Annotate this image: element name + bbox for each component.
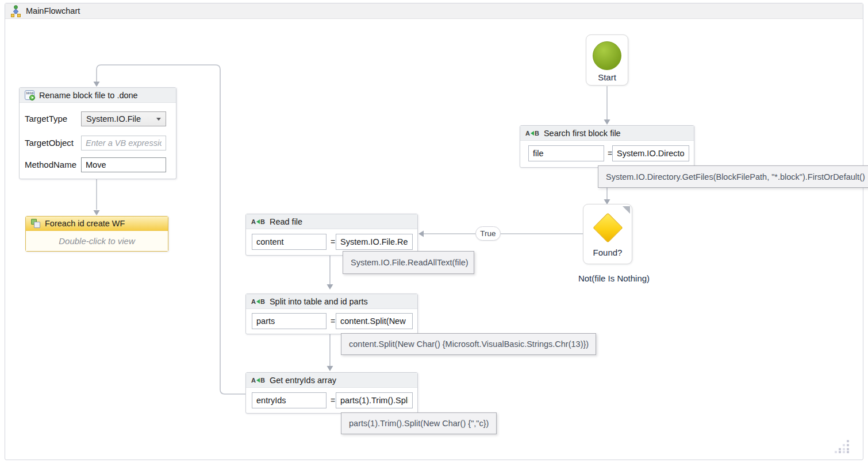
assign-to-field[interactable] bbox=[252, 234, 327, 250]
target-object-input[interactable] bbox=[81, 136, 166, 150]
start-icon bbox=[593, 41, 621, 70]
target-type-dropdown[interactable]: System.IO.File bbox=[81, 111, 166, 126]
chevron-down-icon bbox=[156, 118, 161, 121]
equals-sign: = bbox=[331, 396, 335, 405]
assign-node-header[interactable]: AB Split into table and id parts bbox=[246, 294, 417, 309]
assign-node-search-first-block-file[interactable]: AB Search first block file = bbox=[520, 125, 694, 168]
assign-node-read-file[interactable]: AB Read file = bbox=[245, 214, 418, 256]
flowchart-icon bbox=[10, 5, 21, 17]
true-branch-label: True bbox=[475, 226, 501, 241]
assign-to-field[interactable] bbox=[252, 392, 327, 408]
flowchart-title: MainFlowchart bbox=[26, 6, 80, 16]
collapse-corner-icon[interactable] bbox=[623, 206, 630, 214]
assign-node-title: Get entryIds array bbox=[270, 376, 336, 385]
expression-tooltip-split: content.Split(New Char() {Microsoft.Visu… bbox=[341, 333, 596, 355]
assign-node-split-parts[interactable]: AB Split into table and id parts = bbox=[245, 294, 418, 334]
invoke-method-title: Rename block file to .done bbox=[39, 91, 138, 100]
target-type-label: TargetType bbox=[25, 114, 67, 123]
foreach-header[interactable]: Foreach id create WF bbox=[26, 217, 168, 231]
flowchart-designer: MainFlowchart Start AB bbox=[0, 0, 868, 467]
decision-label: Found? bbox=[583, 248, 632, 257]
assign-icon: AB bbox=[525, 130, 539, 137]
assign-icon: AB bbox=[251, 377, 265, 384]
assign-node-title: Read file bbox=[270, 217, 302, 226]
assign-icon: AB bbox=[251, 218, 265, 225]
method-name-input[interactable] bbox=[81, 157, 166, 172]
assign-node-header[interactable]: AB Read file bbox=[246, 214, 417, 229]
assign-node-header[interactable]: AB Search first block file bbox=[520, 126, 694, 141]
assign-value-field[interactable] bbox=[336, 234, 413, 250]
invoke-method-header[interactable]: 1010 Rename block file to .done bbox=[20, 88, 176, 103]
workflow-invoke-icon bbox=[31, 219, 40, 228]
equals-sign: = bbox=[608, 149, 612, 158]
assign-node-title: Split into table and id parts bbox=[270, 297, 368, 306]
assign-node-get-entryids[interactable]: AB Get entryIds array = bbox=[245, 372, 418, 414]
resize-grip[interactable] bbox=[835, 440, 851, 454]
assign-value-field[interactable] bbox=[336, 392, 413, 408]
foreach-title: Foreach id create WF bbox=[45, 219, 125, 228]
equals-sign: = bbox=[331, 237, 335, 246]
decision-diamond-icon bbox=[593, 213, 623, 242]
invoke-method-node-rename[interactable]: 1010 Rename block file to .done TargetTy… bbox=[19, 87, 176, 179]
assign-node-title: Search first block file bbox=[544, 129, 621, 138]
assign-value-field[interactable] bbox=[336, 313, 413, 329]
assign-value-field[interactable] bbox=[612, 145, 689, 161]
assign-node-header[interactable]: AB Get entryIds array bbox=[246, 373, 417, 388]
decision-node-found[interactable]: Found? bbox=[583, 204, 632, 264]
decision-condition-text: Not(file Is Nothing) bbox=[569, 273, 659, 283]
foreach-body-hint[interactable]: Double-click to view bbox=[26, 231, 168, 251]
assign-icon: AB bbox=[251, 298, 265, 305]
expression-tooltip-entryids: parts(1).Trim().Split(New Char() {","c}) bbox=[341, 412, 497, 434]
flowchart-title-bar[interactable]: MainFlowchart bbox=[5, 3, 863, 19]
target-type-value: System.IO.File bbox=[86, 114, 141, 123]
assign-to-field[interactable] bbox=[528, 145, 604, 161]
method-name-label: MethodName bbox=[25, 160, 76, 169]
target-object-label: TargetObject bbox=[25, 138, 74, 148]
invoke-method-icon: 1010 bbox=[25, 90, 34, 100]
collapsed-node-foreach[interactable]: Foreach id create WF Double-click to vie… bbox=[25, 216, 168, 252]
equals-sign: = bbox=[331, 317, 335, 326]
expression-tooltip-read-file: System.IO.File.ReadAllText(file) bbox=[343, 251, 474, 274]
expression-tooltip-search: System.IO.Directory.GetFiles(BlockFilePa… bbox=[598, 165, 868, 188]
start-label: Start bbox=[586, 72, 628, 82]
assign-to-field[interactable] bbox=[252, 313, 327, 329]
start-node[interactable]: Start bbox=[586, 34, 628, 86]
